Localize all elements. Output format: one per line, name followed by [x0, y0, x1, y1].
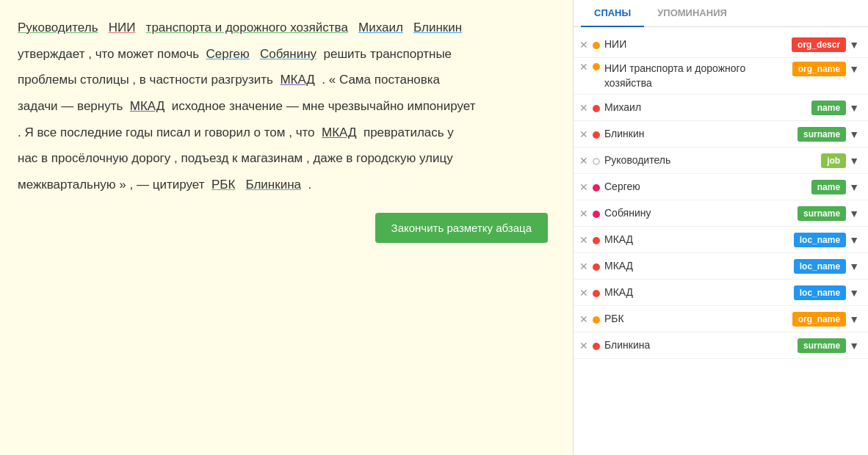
- delete-span-button[interactable]: ✕: [579, 208, 588, 219]
- tag-badge: name: [811, 180, 846, 194]
- span-text: НИИ: [604, 37, 792, 52]
- word-rukovoditel: Руководитель: [18, 21, 98, 34]
- span-dot: [593, 42, 600, 49]
- delete-span-button[interactable]: ✕: [579, 261, 588, 272]
- tab-spans[interactable]: СПАНЫ: [581, 0, 644, 27]
- tag-select-wrapper: loc_name ▼: [794, 285, 862, 300]
- span-dot: [593, 316, 600, 324]
- span-dot: [593, 263, 600, 271]
- span-dot: [593, 131, 600, 139]
- tag-select-wrapper: org_name ▼: [792, 62, 862, 76]
- tag-dropdown-button[interactable]: ▼: [846, 233, 862, 247]
- span-text: МКАД: [604, 285, 794, 300]
- tag-badge: org_name: [792, 312, 846, 327]
- tag-select-wrapper: org_descr ▼: [792, 37, 862, 52]
- span-text: Сергею: [604, 180, 811, 194]
- word-nii-descr: НИИ: [109, 21, 136, 34]
- word-mkad-2: МКАД: [130, 99, 164, 113]
- tag-select-wrapper: org_name ▼: [792, 312, 862, 327]
- span-row: ✕ Руководитель job ▼: [574, 148, 868, 174]
- tag-dropdown-button[interactable]: ▼: [846, 180, 862, 194]
- tag-select-wrapper: surname ▼: [798, 127, 862, 142]
- word-mkad-3: МКАД: [322, 125, 356, 139]
- span-dot: [593, 184, 600, 192]
- word-mkad-1: МКАД: [280, 73, 314, 87]
- delete-span-button[interactable]: ✕: [579, 314, 588, 324]
- span-row: ✕ МКАД loc_name ▼: [574, 280, 868, 306]
- tag-badge: job: [821, 153, 846, 168]
- tag-dropdown-button[interactable]: ▼: [846, 259, 862, 274]
- delete-span-button[interactable]: ✕: [579, 62, 588, 72]
- tag-dropdown-button[interactable]: ▼: [846, 338, 862, 353]
- word-blinkina: Блинкина: [245, 178, 301, 192]
- delete-span-button[interactable]: ✕: [579, 103, 588, 113]
- tag-badge: name: [811, 101, 846, 115]
- delete-span-button[interactable]: ✕: [579, 182, 588, 192]
- tag-dropdown-button[interactable]: ▼: [846, 62, 862, 76]
- span-text: Михаил: [604, 101, 811, 115]
- text-panel: Руководитель НИИ транспорта и дорожного …: [0, 0, 573, 455]
- tag-select-wrapper: name ▼: [811, 101, 862, 115]
- span-row: ✕ Собянину surname ▼: [574, 200, 868, 227]
- tag-dropdown-button[interactable]: ▼: [846, 153, 862, 168]
- span-row: ✕ МКАД loc_name ▼: [574, 227, 868, 253]
- tag-badge: loc_name: [794, 285, 846, 300]
- tag-badge: loc_name: [794, 259, 846, 274]
- tag-badge: surname: [798, 338, 846, 353]
- right-panel: СПАНЫ УПОМИНАНИЯ ✕ НИИ org_descr ▼ ✕ НИИ…: [573, 0, 868, 455]
- span-row: ✕ Сергею name ▼: [574, 174, 868, 200]
- tag-select-wrapper: loc_name ▼: [794, 259, 862, 274]
- span-dot: [593, 211, 600, 218]
- delete-span-button[interactable]: ✕: [579, 156, 588, 166]
- tag-badge: org_name: [792, 62, 846, 76]
- span-text: Блинкина: [604, 338, 798, 353]
- delete-span-button[interactable]: ✕: [579, 40, 588, 50]
- span-row: ✕ Блинкин surname ▼: [574, 121, 868, 148]
- tag-dropdown-button[interactable]: ▼: [846, 285, 862, 300]
- word-sergey: Сергею: [206, 47, 250, 61]
- word-sobyanin: Собянину: [260, 47, 317, 61]
- tag-select-wrapper: job ▼: [821, 153, 862, 168]
- tag-dropdown-button[interactable]: ▼: [846, 206, 862, 221]
- span-row: ✕ Михаил name ▼: [574, 95, 868, 121]
- tag-select-wrapper: loc_name ▼: [794, 233, 862, 247]
- span-row: ✕ РБК org_name ▼: [574, 306, 868, 332]
- tag-badge: org_descr: [792, 37, 846, 52]
- delete-span-button[interactable]: ✕: [579, 341, 588, 351]
- annotated-text: Руководитель НИИ транспорта и дорожного …: [18, 15, 555, 198]
- finish-markup-button[interactable]: Закончить разметку абзаца: [375, 213, 548, 243]
- spans-list: ✕ НИИ org_descr ▼ ✕ НИИ транспорта и дор…: [574, 27, 868, 455]
- delete-span-button[interactable]: ✕: [579, 235, 588, 245]
- word-blinkin: Блинкин: [413, 21, 462, 34]
- tag-dropdown-button[interactable]: ▼: [846, 37, 862, 52]
- span-dot: [593, 290, 600, 297]
- span-dot: [593, 237, 600, 244]
- span-dot: [593, 105, 600, 112]
- tag-dropdown-button[interactable]: ▼: [846, 127, 862, 142]
- word-mikhail: Михаил: [358, 21, 403, 34]
- tag-badge: surname: [798, 206, 846, 221]
- span-row: ✕ Блинкина surname ▼: [574, 332, 868, 359]
- span-row: ✕ МКАД loc_name ▼: [574, 253, 868, 280]
- delete-span-button[interactable]: ✕: [579, 288, 588, 298]
- tag-badge: surname: [798, 127, 846, 142]
- span-dot: [593, 158, 600, 165]
- tag-select-wrapper: name ▼: [811, 180, 862, 194]
- tag-select-wrapper: surname ▼: [798, 338, 862, 353]
- tag-dropdown-button[interactable]: ▼: [846, 101, 862, 115]
- span-text: Собянину: [604, 206, 798, 221]
- word-nii-org: транспорта и дорожного хозяйства: [146, 21, 348, 34]
- span-text: НИИ транспорта и дорожного хозяйства: [604, 62, 792, 90]
- tab-mentions[interactable]: УПОМИНАНИЯ: [644, 0, 740, 27]
- span-text: МКАД: [604, 233, 794, 247]
- tag-badge: loc_name: [794, 233, 846, 247]
- tag-dropdown-button[interactable]: ▼: [846, 312, 862, 327]
- delete-span-button[interactable]: ✕: [579, 129, 588, 139]
- tabs-bar: СПАНЫ УПОМИНАНИЯ: [574, 0, 868, 27]
- span-text: МКАД: [604, 259, 794, 274]
- span-text: Блинкин: [604, 127, 798, 142]
- span-text: Руководитель: [604, 153, 821, 168]
- span-dot: [593, 343, 600, 350]
- span-row: ✕ НИИ транспорта и дорожного хозяйства o…: [574, 58, 868, 95]
- span-text: РБК: [604, 312, 792, 327]
